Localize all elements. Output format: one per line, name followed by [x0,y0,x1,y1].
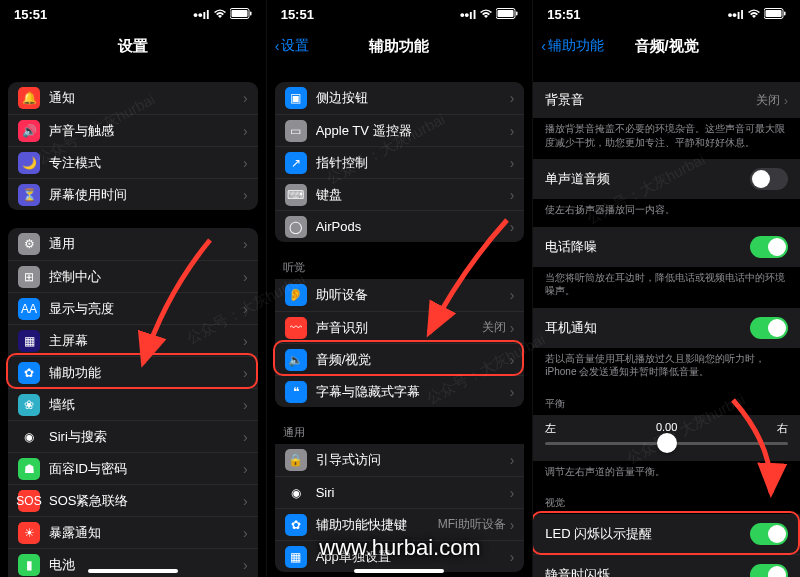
accessibility-row[interactable]: 👂助听设备› [275,279,525,311]
settings-row[interactable]: ✿辅助功能› [8,356,258,388]
switch-led-flash[interactable] [750,523,788,545]
svg-rect-8 [784,11,786,15]
nav-back[interactable]: ‹ 设置 [275,37,310,55]
footnote-noise: 当您将听筒放在耳边时，降低电话或视频电话中的环境噪声。 [533,267,800,308]
balance-slider[interactable] [545,442,788,445]
chevron-right-icon: › [784,93,788,108]
settings-row[interactable]: ⏳屏幕使用时间› [8,178,258,210]
accessibility-row[interactable]: ❝字幕与隐藏式字幕› [275,375,525,407]
nav-header: ‹ 辅助功能 音频/视觉 [533,28,800,64]
chevron-right-icon: › [243,397,248,413]
accessibility-row[interactable]: ✿辅助功能快捷键MFi助听设备› [275,508,525,540]
settings-row[interactable]: ⊞控制中心› [8,260,258,292]
settings-row[interactable]: ☗面容ID与密码› [8,452,258,484]
row-label: 通用 [49,235,243,253]
row-icon: AA [18,298,40,320]
row-label: SOS紧急联络 [49,492,243,510]
switch-noise-cancel[interactable] [750,236,788,258]
nav-back-label: 辅助功能 [548,37,604,55]
accessibility-row[interactable]: 🔒引导式访问› [275,444,525,476]
row-icon: 🔒 [285,449,307,471]
row-icon: ⊞ [18,266,40,288]
row-icon: ⚙ [18,233,40,255]
settings-row[interactable]: 🌙专注模式› [8,146,258,178]
row-label: 暴露通知 [49,524,243,542]
section-visual: 视觉 [533,488,800,514]
row-icon: ✿ [285,514,307,536]
settings-row[interactable]: ◉Siri与搜索› [8,420,258,452]
accessibility-row[interactable]: 〰声音识别关闭› [275,311,525,343]
row-label: App单独设置 [316,548,510,566]
chevron-right-icon: › [510,352,515,368]
accessibility-row[interactable]: ▦App单独设置› [275,540,525,572]
settings-row[interactable]: ⚙通用› [8,228,258,260]
row-label: 单声道音频 [545,170,610,188]
status-time: 15:51 [547,7,580,22]
chevron-right-icon: › [510,384,515,400]
row-label: 引导式访问 [316,451,510,469]
row-label: 侧边按钮 [316,89,510,107]
accessibility-row[interactable]: ▣侧边按钮› [275,82,525,114]
chevron-right-icon: › [243,123,248,139]
status-bar: 15:51 ••ıl [267,0,533,28]
row-label: 声音与触感 [49,122,243,140]
settings-row[interactable]: 🔊声音与触感› [8,114,258,146]
accessibility-row[interactable]: ↗指针控制› [275,146,525,178]
chevron-right-icon: › [510,549,515,565]
accessibility-row[interactable]: ◉Siri› [275,476,525,508]
switch-mono-audio[interactable] [750,168,788,190]
row-icon: ▣ [285,87,307,109]
row-headphone-notify[interactable]: 耳机通知 [533,308,800,348]
accessibility-row[interactable]: ◯AirPods› [275,210,525,242]
settings-row[interactable]: SOSSOS紧急联络› [8,484,258,516]
chevron-right-icon: › [510,187,515,203]
svg-rect-1 [231,10,247,17]
row-icon: 〰 [285,317,307,339]
chevron-right-icon: › [510,320,515,336]
accessibility-row[interactable]: ▭Apple TV 遥控器› [275,114,525,146]
settings-row[interactable]: ❀墙纸› [8,388,258,420]
settings-row[interactable]: 🔔通知› [8,82,258,114]
accessibility-row[interactable]: ⌨键盘› [275,178,525,210]
group-title: 通用 [275,425,525,444]
wifi-icon [213,7,227,22]
switch-flash-on-silent[interactable] [750,564,788,577]
slider-thumb[interactable] [657,433,677,453]
chevron-right-icon: › [510,485,515,501]
row-label: 音频/视觉 [316,351,510,369]
chevron-right-icon: › [243,155,248,171]
chevron-right-icon: › [243,365,248,381]
row-flash-on-silent[interactable]: 静音时闪烁 [533,554,800,577]
row-icon: 🔔 [18,87,40,109]
settings-row[interactable]: AA显示与亮度› [8,292,258,324]
accessibility-row[interactable]: 🔈音频/视觉› [275,343,525,375]
row-phone-noise-cancel[interactable]: 电话降噪 [533,227,800,267]
row-mono-audio[interactable]: 单声道音频 [533,159,800,199]
chevron-right-icon: › [510,123,515,139]
nav-header: 设置 [0,28,266,64]
chevron-right-icon: › [243,461,248,477]
settings-row[interactable]: ☀暴露通知› [8,516,258,548]
signal-icon: ••ıl [193,7,209,22]
row-label: Siri与搜索 [49,428,243,446]
row-icon: ◯ [285,216,307,238]
row-label: 墙纸 [49,396,243,414]
status-time: 15:51 [14,7,47,22]
chevron-right-icon: › [243,269,248,285]
row-icon: ▦ [285,546,307,568]
row-label: 屏幕使用时间 [49,186,243,204]
status-right: ••ıl [728,7,786,22]
row-icon: 🌙 [18,152,40,174]
settings-row[interactable]: ▦主屏幕› [8,324,258,356]
switch-headphone-notify[interactable] [750,317,788,339]
chevron-right-icon: › [510,287,515,303]
row-label: 背景音 [545,91,584,109]
row-led-flash[interactable]: LED 闪烁以示提醒 [533,514,800,554]
row-background-sounds[interactable]: 背景音 关闭 › [533,82,800,118]
chevron-left-icon: ‹ [541,38,546,54]
footnote-mono: 使左右扬声器播放同一内容。 [533,199,800,227]
row-label: 控制中心 [49,268,243,286]
row-label: 通知 [49,89,243,107]
row-label: 助听设备 [316,286,510,304]
nav-back[interactable]: ‹ 辅助功能 [541,37,604,55]
